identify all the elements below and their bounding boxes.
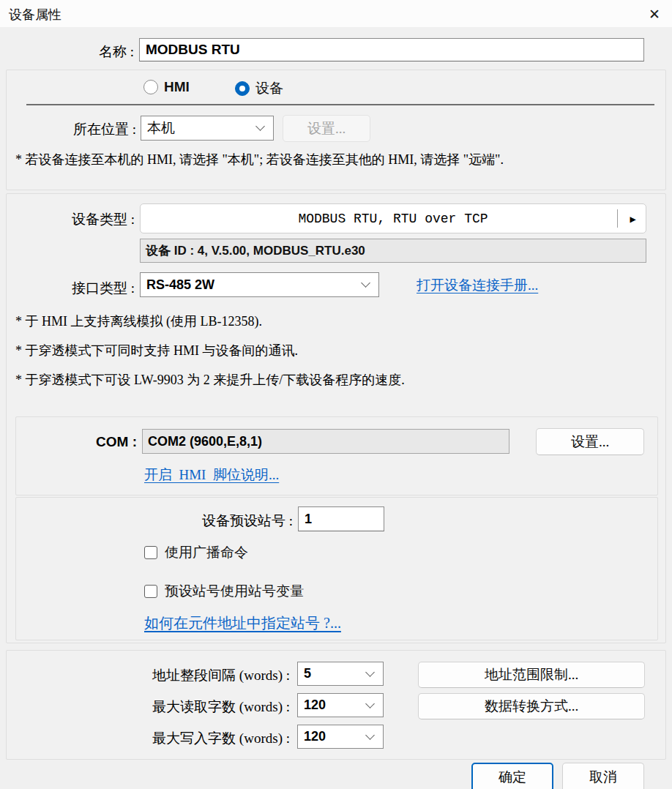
device-id-field: 设备 ID : 4, V.5.00, MODBUS_RTU.e30 xyxy=(140,239,646,263)
location-label: 所在位置 : xyxy=(7,120,136,139)
location-select-value: 本机 xyxy=(147,119,175,138)
com-port-field: COM2 (9600,E,8,1) xyxy=(142,429,509,454)
radio-device-circle-icon xyxy=(235,81,250,96)
name-input-value: MODBUS RTU xyxy=(146,42,240,58)
location-note: * 若设备连接至本机的 HMI, 请选择 "本机"; 若设备连接至其他的 HMI… xyxy=(15,151,504,168)
location-select[interactable]: 本机 xyxy=(141,116,274,141)
close-icon[interactable]: ✕ xyxy=(643,3,666,25)
device-type-value: MODBUS RTU, RTU over TCP xyxy=(298,212,488,226)
dialog-title: 设备属性 xyxy=(9,6,61,23)
device-type-label: 设备类型 : xyxy=(7,210,135,229)
max-read-value: 120 xyxy=(304,698,326,713)
max-write-value: 120 xyxy=(304,729,326,744)
location-group: HMI 设备 所在位置 : 本机 设置... * 若设备连接至本机的 HMI, … xyxy=(6,70,666,190)
data-conversion-button[interactable]: 数据转换方式... xyxy=(418,693,645,719)
title-bar xyxy=(0,0,672,27)
ok-button[interactable]: 确定 xyxy=(471,763,553,789)
radio-device-label: 设备 xyxy=(255,79,283,98)
device-type-selector[interactable]: MODBUS RTU, RTU over TCP ▶ xyxy=(140,203,646,233)
default-station-label: 设备预设站号 : xyxy=(16,512,293,531)
chevron-down-icon xyxy=(255,121,265,131)
radio-hmi[interactable]: HMI xyxy=(143,79,190,95)
default-station-value: 1 xyxy=(305,512,312,527)
address-gap-value: 5 xyxy=(304,666,311,681)
max-write-label: 最大写入字数 (words) : xyxy=(7,729,290,748)
address-range-limit-button[interactable]: 地址范围限制... xyxy=(418,662,645,688)
radio-device[interactable]: 设备 xyxy=(235,79,283,98)
device-note-2: * 于穿透模式下可同时支持 HMI 与设备间的通讯. xyxy=(15,342,298,359)
device-group: 设备类型 : MODBUS RTU, RTU over TCP ▶ 设备 ID … xyxy=(6,193,666,643)
address-gap-select[interactable]: 5 xyxy=(297,662,384,686)
device-note-1: * 于 HMI 上支持离线模拟 (使用 LB-12358). xyxy=(15,313,262,330)
device-note-3: * 于穿透模式下可设 LW-9903 为 2 来提升上传/下载设备程序的速度. xyxy=(15,371,405,389)
max-read-select[interactable]: 120 xyxy=(297,693,384,717)
station-variable-checkbox[interactable]: 预设站号使用站号变量 xyxy=(144,582,304,601)
station-group: 设备预设站号 : 1 使用广播命令 预设站号使用站号变量 如何在元件地址中指定站… xyxy=(15,497,658,640)
radio-hmi-circle-icon xyxy=(143,80,158,94)
selector-separator xyxy=(617,209,618,228)
checkbox-icon xyxy=(144,546,157,559)
com-port-value: COM2 (9600,E,8,1) xyxy=(148,434,262,449)
chevron-down-icon xyxy=(365,730,375,740)
open-device-list-icon: ▶ xyxy=(630,212,636,225)
interface-type-select[interactable]: RS-485 2W xyxy=(140,272,379,297)
name-label: 名称 : xyxy=(0,42,134,61)
broadcast-command-checkbox[interactable]: 使用广播命令 xyxy=(144,543,248,562)
broadcast-command-label: 使用广播命令 xyxy=(165,543,248,562)
open-device-manual-link[interactable]: 打开设备连接手册... xyxy=(417,276,538,295)
max-write-select[interactable]: 120 xyxy=(297,725,384,749)
com-group: COM : COM2 (9600,E,8,1) 设置... 开启 HMI 脚位说… xyxy=(15,416,658,496)
cancel-button[interactable]: 取消 xyxy=(562,763,644,789)
hmi-pin-assignment-link[interactable]: 开启 HMI 脚位说明... xyxy=(144,465,279,485)
interface-type-value: RS-485 2W xyxy=(146,277,214,293)
chevron-down-icon xyxy=(365,668,375,677)
address-gap-label: 地址整段间隔 (words) : xyxy=(7,666,290,685)
com-settings-button[interactable]: 设置... xyxy=(536,428,644,455)
chevron-down-icon xyxy=(361,278,370,288)
group-divider xyxy=(26,104,654,105)
station-help-link[interactable]: 如何在元件地址中指定站号 ?... xyxy=(144,613,341,633)
station-variable-label: 预设站号使用站号变量 xyxy=(165,582,304,601)
location-settings-button[interactable]: 设置... xyxy=(283,115,370,142)
name-input[interactable]: MODBUS RTU xyxy=(139,38,644,61)
chevron-down-icon xyxy=(365,699,375,708)
radio-hmi-label: HMI xyxy=(164,79,190,95)
interface-type-label: 接口类型 : xyxy=(7,279,135,298)
address-options-group: 地址整段间隔 (words) : 5 最大读取字数 (words) : 120 … xyxy=(6,650,666,760)
device-id-value: 设备 ID : 4, V.5.00, MODBUS_RTU.e30 xyxy=(146,242,365,259)
max-read-label: 最大读取字数 (words) : xyxy=(7,698,290,717)
default-station-input[interactable]: 1 xyxy=(298,506,384,531)
checkbox-icon xyxy=(144,585,157,598)
com-label: COM : xyxy=(16,434,137,450)
